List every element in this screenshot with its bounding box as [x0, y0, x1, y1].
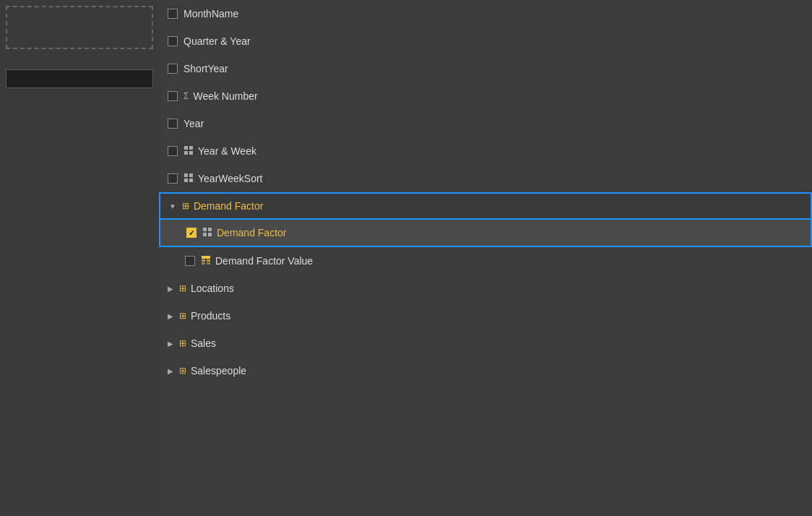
checkbox-demand-factor-value[interactable] [185, 256, 195, 266]
svg-rect-7 [189, 173, 193, 177]
checkbox-yearweeksort[interactable] [168, 173, 178, 184]
table-icon-demand-factor-group: ⊞ [182, 201, 189, 211]
svg-rect-3 [189, 151, 193, 155]
report-level-label [6, 56, 153, 62]
field-row-demand-factor-group[interactable]: ▼⊞Demand Factor [159, 192, 812, 220]
calc-icon-yearweeksort [183, 173, 194, 185]
svg-rect-14 [203, 233, 207, 236]
field-row-salespeople[interactable]: ▶⊞Salespeople [159, 357, 812, 384]
checkbox-quarter-year[interactable] [168, 36, 178, 46]
svg-rect-15 [208, 233, 212, 236]
table-icon-products: ⊞ [179, 311, 186, 321]
checkbox-year-week[interactable] [168, 146, 178, 156]
table-icon-sales: ⊞ [179, 338, 186, 348]
field-row-locations[interactable]: ▶⊞Locations [159, 275, 812, 302]
field-name-shortyear: ShortYear [183, 63, 803, 74]
collapse-arrow-demand-factor-group: ▼ [169, 202, 176, 210]
field-row-products[interactable]: ▶⊞Products [159, 302, 812, 330]
field-row-sales[interactable]: ▶⊞Sales [159, 330, 812, 357]
drillthrough-area[interactable] [6, 6, 153, 49]
table-icon-locations: ⊞ [179, 283, 186, 293]
field-row-demand-factor-field[interactable]: ✓Demand Factor [159, 220, 812, 247]
svg-rect-20 [207, 259, 210, 262]
svg-rect-9 [189, 179, 193, 182]
field-name-year: Year [183, 118, 803, 129]
checkbox-shortyear[interactable] [168, 64, 178, 74]
sigma-icon-week-number: Σ [183, 91, 189, 101]
checkbox-monthname[interactable] [168, 9, 178, 19]
field-row-demand-factor-value[interactable]: Demand Factor Value [159, 247, 812, 275]
svg-rect-21 [202, 262, 205, 265]
field-row-year[interactable]: Year [159, 110, 812, 137]
left-panel [0, 0, 159, 516]
field-row-shortyear[interactable]: ShortYear [159, 55, 812, 82]
field-name-sales: Sales [191, 337, 803, 349]
field-name-products: Products [191, 310, 803, 322]
filter-card [6, 69, 153, 88]
svg-rect-13 [208, 228, 212, 231]
field-row-quarter-year[interactable]: Quarter & Year [159, 27, 812, 55]
svg-rect-6 [184, 173, 188, 177]
fields-panel: MonthNameQuarter & YearShortYearΣWeek Nu… [159, 0, 812, 516]
expand-arrow-salespeople: ▶ [168, 367, 173, 375]
field-row-week-number[interactable]: ΣWeek Number [159, 82, 812, 110]
calc-icon-year-week [183, 145, 194, 158]
field-name-quarter-year: Quarter & Year [183, 35, 803, 47]
field-row-year-week[interactable]: Year & Week [159, 137, 812, 165]
checkbox-year[interactable] [168, 119, 178, 129]
table-icon-salespeople: ⊞ [179, 366, 186, 376]
field-name-demand-factor-value: Demand Factor Value [215, 255, 803, 267]
calc-icon-demand-factor-field [202, 227, 212, 239]
table-icon-demand-factor-value [201, 255, 211, 267]
field-name-demand-factor-field: Demand Factor [217, 227, 802, 238]
expand-arrow-sales: ▶ [168, 340, 173, 348]
field-name-week-number: Week Number [193, 90, 803, 102]
svg-rect-22 [207, 262, 210, 265]
svg-rect-12 [203, 228, 207, 231]
field-name-demand-factor-group: Demand Factor [194, 200, 802, 212]
svg-rect-19 [202, 259, 205, 262]
field-name-locations: Locations [191, 283, 803, 294]
field-name-year-week: Year & Week [198, 145, 803, 157]
svg-rect-2 [184, 151, 188, 155]
checkbox-demand-factor-field[interactable]: ✓ [186, 228, 196, 238]
checkbox-week-number[interactable] [168, 91, 178, 101]
field-name-monthname: MonthName [183, 8, 803, 20]
field-row-monthname[interactable]: MonthName [159, 0, 812, 27]
field-name-salespeople: Salespeople [191, 365, 803, 377]
svg-rect-1 [189, 146, 193, 150]
svg-rect-8 [184, 179, 188, 182]
svg-rect-18 [202, 256, 210, 259]
svg-rect-0 [184, 146, 188, 150]
expand-arrow-locations: ▶ [168, 285, 173, 293]
field-row-yearweeksort[interactable]: YearWeekSort [159, 165, 812, 192]
expand-arrow-products: ▶ [168, 312, 173, 320]
field-name-yearweeksort: YearWeekSort [198, 173, 803, 184]
